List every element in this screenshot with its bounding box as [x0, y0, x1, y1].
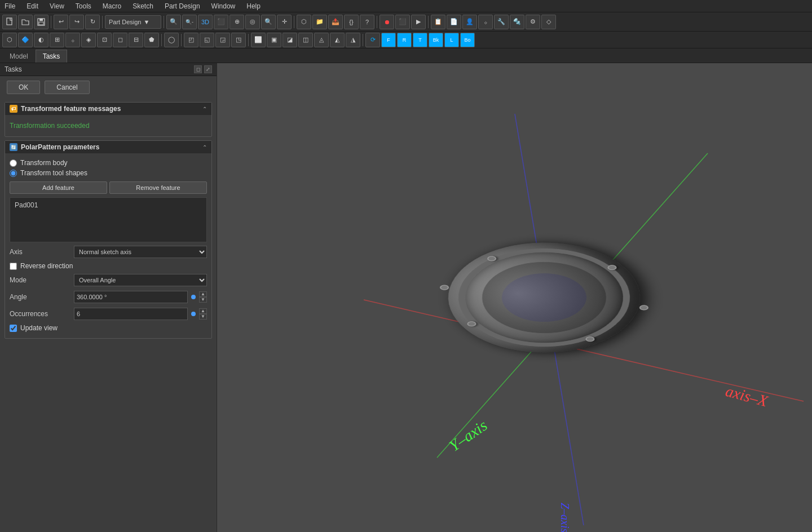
menu-window[interactable]: Window	[209, 1, 238, 11]
angle-input[interactable]	[74, 291, 188, 303]
new-file-button[interactable]	[2, 15, 17, 29]
reverse-direction-checkbox[interactable]	[10, 263, 17, 270]
tb2-btn-3[interactable]: ◐	[34, 33, 48, 47]
view-toolbar-2[interactable]: ⊕	[230, 15, 244, 29]
tool-btn-3[interactable]: 📤	[328, 15, 343, 29]
occurrences-dot	[191, 312, 196, 316]
add-feature-button[interactable]: Add feature	[10, 181, 107, 194]
update-view-checkbox[interactable]	[10, 325, 17, 332]
menu-file[interactable]: File	[2, 1, 17, 11]
transform-tool-shapes-radio[interactable]	[10, 170, 17, 177]
tasks-detach-button[interactable]: ⤢	[204, 65, 212, 73]
stop-button[interactable]: ⬛	[395, 15, 410, 29]
macro-btn-2[interactable]: 📄	[447, 15, 461, 29]
update-view-row: Update view	[10, 322, 207, 334]
tb2-btn-17[interactable]: ▣	[267, 33, 281, 47]
axis-select[interactable]: Normal sketch axis X axis Y axis Z axis	[74, 246, 207, 258]
tb2-btn-13[interactable]: ◱	[200, 33, 214, 47]
pointer-button[interactable]: ✛	[277, 15, 292, 29]
viewport[interactable]: Y–axis axis–X Z–axis	[217, 63, 812, 532]
view-bottom-button[interactable]: Bo	[460, 33, 475, 47]
view-front-button[interactable]: F	[381, 33, 396, 47]
occurrences-input[interactable]	[74, 308, 188, 320]
transform-tool-radio-row[interactable]: Transform tool shapes	[10, 168, 207, 178]
tool-btn-2[interactable]: 📁	[312, 15, 327, 29]
macro-btn-3[interactable]: 👤	[462, 15, 477, 29]
tb2-btn-15[interactable]: ◳	[231, 33, 246, 47]
menu-view[interactable]: View	[47, 1, 67, 11]
refresh-button[interactable]: ↻	[85, 15, 100, 29]
macro-btn-1[interactable]: 📋	[431, 15, 445, 29]
angle-down-button[interactable]: ▼	[199, 297, 207, 303]
macro-btn-7[interactable]: ⚙	[526, 15, 540, 29]
tb2-btn-16[interactable]: ⬜	[251, 33, 266, 47]
view-toolbar-1[interactable]: ⬛	[214, 15, 228, 29]
tool-btn-1[interactable]: ⬡	[297, 15, 311, 29]
mode-select[interactable]: Overall Angle Equal Angle	[74, 274, 207, 286]
tb2-btn-6[interactable]: ◈	[81, 33, 96, 47]
redo-button[interactable]: ↪	[69, 15, 84, 29]
transform-body-radio-row[interactable]: Transform body	[10, 158, 207, 168]
zoom-in-button[interactable]: 🔍	[166, 15, 181, 29]
tool-btn-4[interactable]: {}	[344, 15, 359, 29]
menu-macro[interactable]: Macro	[100, 1, 123, 11]
tb2-btn-4[interactable]: ⊞	[50, 33, 64, 47]
menu-part-design[interactable]: Part Design	[162, 1, 202, 11]
macro-btn-6[interactable]: 🔩	[510, 15, 524, 29]
menu-tools[interactable]: Tools	[73, 1, 94, 11]
tb2-btn-5[interactable]: ⬦	[65, 33, 80, 47]
tasks-title: Tasks	[5, 65, 22, 73]
occurrences-up-button[interactable]: ▲	[199, 308, 207, 314]
tb2-btn-7[interactable]: ⊡	[97, 33, 112, 47]
undo-button[interactable]: ↩	[54, 15, 68, 29]
remove-feature-button[interactable]: Remove feature	[109, 181, 207, 194]
tb2-btn-10[interactable]: ⬟	[144, 33, 159, 47]
menu-sketch[interactable]: Sketch	[130, 1, 156, 11]
polar-pattern-header[interactable]: 🔄 PolarPattern parameters ⌃	[5, 141, 211, 153]
save-file-button[interactable]	[34, 15, 48, 29]
ok-button[interactable]: OK	[7, 81, 40, 94]
main-layout: Tasks ◻ ⤢ OK Cancel 🏷 Transformed featur…	[0, 63, 812, 532]
macro-btn-8[interactable]: ◇	[541, 15, 556, 29]
tb2-btn-12[interactable]: ◰	[184, 33, 198, 47]
tb2-btn-21[interactable]: ◭	[330, 33, 345, 47]
view-3d-button[interactable]: 3D	[198, 15, 213, 29]
workbench-selector[interactable]: Part Design ▼	[105, 15, 161, 29]
transform-body-radio[interactable]	[10, 159, 17, 167]
macro-btn-5[interactable]: 🔧	[494, 15, 509, 29]
reverse-direction-row: Reverse direction	[10, 260, 207, 272]
play-button[interactable]: ▶	[411, 15, 426, 29]
open-file-button[interactable]	[18, 15, 33, 29]
view-right-button[interactable]: R	[397, 33, 412, 47]
view-toolbar-4[interactable]: 🔍	[261, 15, 276, 29]
tb2-btn-1[interactable]: ⬡	[2, 33, 17, 47]
tb2-btn-14[interactable]: ◲	[215, 33, 230, 47]
zoom-out-button[interactable]: 🔍-	[182, 15, 197, 29]
view-back-button[interactable]: Bk	[429, 33, 443, 47]
menu-help[interactable]: Help	[244, 1, 263, 11]
transformed-feature-header[interactable]: 🏷 Transformed feature messages ⌃	[5, 103, 211, 115]
tb2-btn-18[interactable]: ◪	[283, 33, 297, 47]
tasks-restore-button[interactable]: ◻	[194, 65, 202, 73]
macro-btn-4[interactable]: ⬦	[478, 15, 493, 29]
tool-btn-5[interactable]: ?	[360, 15, 374, 29]
view-top-button[interactable]: T	[413, 33, 427, 47]
tb2-btn-19[interactable]: ◫	[298, 33, 313, 47]
tb2-btn-8[interactable]: ◻	[113, 33, 127, 47]
view-left-button[interactable]: L	[444, 33, 459, 47]
record-button[interactable]: ⏺	[379, 15, 394, 29]
tb2-btn-20[interactable]: ◬	[314, 33, 329, 47]
view-home-button[interactable]: ⟳	[365, 33, 380, 47]
cancel-button[interactable]: Cancel	[45, 81, 89, 94]
angle-up-button[interactable]: ▲	[199, 291, 207, 297]
tb2-btn-11[interactable]: ◯	[164, 33, 179, 47]
update-view-label: Update view	[20, 324, 58, 332]
tab-model[interactable]: Model	[2, 50, 36, 63]
tb2-btn-2[interactable]: 🔷	[18, 33, 33, 47]
tb2-btn-9[interactable]: ⊟	[129, 33, 143, 47]
view-toolbar-3[interactable]: ◎	[245, 15, 260, 29]
menu-edit[interactable]: Edit	[24, 1, 41, 11]
tb2-btn-22[interactable]: ◮	[346, 33, 360, 47]
occurrences-down-button[interactable]: ▼	[199, 314, 207, 320]
tab-tasks[interactable]: Tasks	[36, 50, 68, 63]
